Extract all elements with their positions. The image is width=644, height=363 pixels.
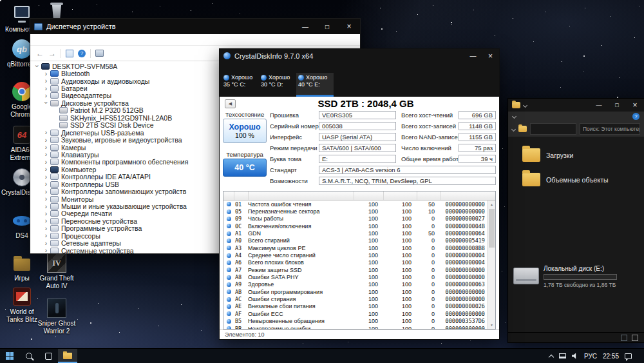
smart-row[interactable]: A3 Максимум циклов PE 100 100 0 00000000… [223,244,488,251]
scrollbar[interactable] [488,201,495,329]
attr-worst: 100 [383,230,417,237]
volume-icon[interactable] [572,353,578,359]
expander-icon[interactable] [43,174,50,180]
thumbnails-view-icon[interactable] [632,335,638,341]
start-button[interactable] [0,349,19,363]
expander-icon[interactable] [43,211,50,217]
smart-row[interactable]: 05 Переназначенные сектора 100 100 10 00… [223,208,488,215]
expander-icon[interactable] [43,240,50,246]
smart-row[interactable]: 0C Включения/отключения 100 100 0 000000… [223,222,488,230]
minimize-button[interactable] [590,99,608,112]
search-input[interactable]: Поиск: Этот компьютер [580,123,640,135]
column-header[interactable] [354,191,383,200]
drive-tab[interactable]: Хорошо 40 °C E: [296,73,334,97]
smart-row[interactable]: AB Ошибки программирования 100 100 0 000… [223,288,488,295]
expander-icon[interactable] [43,166,50,172]
maximize-button[interactable] [608,99,626,112]
scroll-up-icon[interactable] [488,201,495,208]
clock[interactable]: 22:55 [603,353,619,360]
expander-icon[interactable] [43,152,50,157]
forward-icon[interactable] [48,49,56,58]
expander-icon[interactable] [43,99,49,106]
expander-icon[interactable] [43,181,50,187]
desktop-icon[interactable]: Grand Theft Auto IV [36,253,77,290]
task-view-button[interactable] [39,349,58,363]
quick-access-chevron-icon[interactable] [523,103,527,107]
smart-row[interactable]: A8 Ошибки SATA PHY 100 100 0 00000000000… [223,273,488,280]
smart-row[interactable]: A7 Режим защиты SSD 100 100 0 0000000000… [223,266,488,273]
smart-row[interactable]: AC Ошибки стирания 100 100 0 00000000000… [223,295,488,302]
network-icon[interactable] [559,353,566,358]
scan-hardware-icon[interactable] [95,50,104,57]
ribbon-expand-icon[interactable] [512,114,516,119]
smart-row[interactable]: A0 Всего стираний 100 100 0 000000005419 [223,237,488,244]
console-window-icon[interactable] [66,50,73,57]
search-button[interactable] [19,349,39,363]
attr-current: 100 [354,281,383,288]
details-view-icon[interactable] [621,335,627,341]
file-item[interactable]: Объемные объекты [522,173,609,186]
expander-icon[interactable] [43,204,50,210]
attr-raw: 00000000004B [440,223,488,230]
minimize-button[interactable] [464,49,482,63]
smart-row[interactable]: AE Внезапные сбои питания 100 100 0 0000… [223,303,488,310]
back-icon[interactable] [36,49,44,58]
close-button[interactable] [338,19,360,34]
column-header[interactable] [248,191,354,200]
smart-row[interactable]: A1 GDN 100 100 50 000000000064 [223,230,488,237]
smart-row[interactable]: A6 Всего плохих блоков 100 100 0 0000000… [223,259,488,266]
column-header[interactable] [417,191,440,200]
expander-icon[interactable] [43,130,50,135]
smart-row[interactable]: 09 Часы работы 100 100 0 000000000027 [223,215,488,222]
expander-icon[interactable] [43,233,50,239]
prev-drive-button[interactable] [225,99,236,108]
expander-icon[interactable] [43,78,50,84]
health-box[interactable]: Хорошо 100 % [223,119,267,143]
drive-tab[interactable]: Хорошо 30 °C D: [259,73,296,97]
help-icon[interactable] [632,113,639,120]
expander-icon[interactable] [43,144,50,150]
hidden-icons-chevron-icon[interactable] [549,354,554,359]
expander-icon[interactable] [43,93,50,99]
expander-icon[interactable] [43,189,50,195]
disk-icon [59,107,68,113]
column-header[interactable] [440,191,495,200]
address-input[interactable] [530,123,576,135]
drive-tab[interactable]: Хорошо 35 °C C: [222,73,259,97]
expander-icon[interactable] [43,248,50,253]
titlebar[interactable]: Диспетчер устройств [30,19,360,34]
smart-row[interactable]: BB Неисправимые ошибки 100 100 0 0000000… [223,325,488,329]
titlebar[interactable]: CrystalDiskInfo 9.7.0 x64 [220,49,499,63]
desktop-icon[interactable]: Sniper Ghost Warrior 2 [36,298,77,335]
expander-icon[interactable] [43,218,50,224]
status-dot-icon [227,239,231,243]
address-dropdown-icon[interactable] [511,126,516,131]
notification-center-icon[interactable] [625,353,632,359]
expander-icon[interactable] [43,159,50,165]
smart-row[interactable]: A4 Среднее число стираний 100 100 0 0000… [223,251,488,259]
smart-row[interactable]: B5 Невыровненные обращения 100 100 0 000… [223,318,488,325]
close-button[interactable] [482,49,499,63]
drive-item[interactable]: Локальный диск (E:) 1,78 ТБ свободно из … [513,265,617,288]
expander-icon[interactable] [43,137,50,143]
expander-icon[interactable] [43,86,50,92]
column-header[interactable] [383,191,417,200]
minimize-button[interactable] [294,19,316,34]
maximize-button[interactable] [316,19,338,34]
file-item[interactable]: Загрузки [522,148,573,162]
smart-row[interactable]: AF Ошибки ECC 100 100 0 000000000000 [223,310,488,317]
smart-row[interactable]: A9 Здоровье 100 100 0 000000000063 [223,281,488,288]
help-icon[interactable] [78,50,86,57]
column-header[interactable] [234,191,248,200]
titlebar[interactable] [508,99,644,112]
smart-row[interactable]: 01 Частота ошибок чтения 100 100 50 0000… [223,201,488,208]
scroll-down-icon[interactable] [488,321,495,329]
expander-icon[interactable] [43,226,50,231]
expander-icon[interactable] [34,63,40,70]
close-button[interactable] [626,99,644,112]
expander-icon[interactable] [43,71,50,77]
scrollbar-thumb[interactable] [489,209,495,248]
file-explorer-button[interactable] [58,349,77,363]
language-indicator[interactable]: РУС [584,353,597,360]
expander-icon[interactable] [43,196,50,202]
